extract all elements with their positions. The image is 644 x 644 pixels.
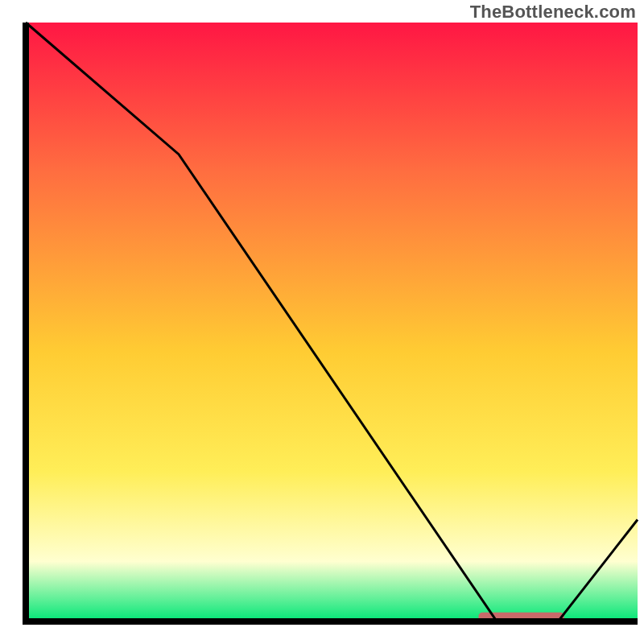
plot-background [26, 23, 638, 621]
bottleneck-chart [0, 0, 644, 644]
chart-root: TheBottleneck.com [0, 0, 644, 644]
